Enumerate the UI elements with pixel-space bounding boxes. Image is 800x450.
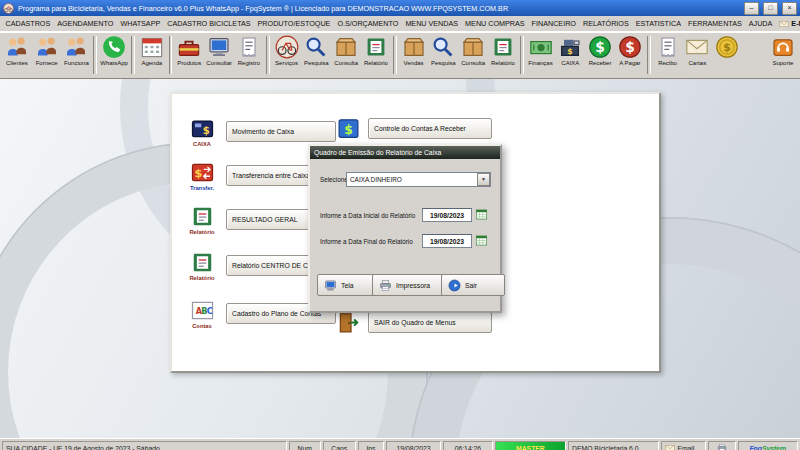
whatsapp-icon xyxy=(102,35,126,59)
letters-icon xyxy=(685,35,709,59)
data-final-calendar-button[interactable] xyxy=(474,234,488,247)
menu-produto-estoque[interactable]: PRODUTO/ESTOQUE xyxy=(254,18,334,29)
status-printer[interactable] xyxy=(708,441,736,450)
toolbar-button-relatorio-vendas[interactable]: Relatório xyxy=(488,34,518,66)
report-book-icon: Relatório xyxy=(184,250,220,281)
data-inicial-field[interactable]: 19/08/2023 xyxy=(422,208,472,222)
exit-door-icon xyxy=(334,310,362,335)
toolbar-button-whatsapp[interactable]: WhatsApp xyxy=(99,34,129,66)
toolbar-button-recibo[interactable]: Recibo xyxy=(653,34,683,66)
transfer-icon: Transfer. xyxy=(184,160,220,191)
movimento-de-caixa-button[interactable]: Movimento de Caixa xyxy=(226,121,336,142)
cash-box-icon: CAIXA xyxy=(184,116,220,147)
menu-email[interactable]: E-MAIL xyxy=(776,18,800,30)
toolbar-button-pesquisa-os[interactable]: Pesquisa xyxy=(301,34,331,66)
menu-menu-compras[interactable]: MENU COMPRAS xyxy=(462,18,529,29)
toolbar-button-suporte[interactable]: Suporte xyxy=(768,34,798,66)
data-inicial-calendar-button[interactable] xyxy=(474,208,488,221)
toolbar-label: Cartas xyxy=(688,60,706,66)
toolbar-button-servicos[interactable]: Serviços xyxy=(272,34,302,66)
toolbar-button-cartas[interactable]: Cartas xyxy=(682,34,712,66)
toolbar-button-relatorio-os[interactable]: Relatório xyxy=(361,34,391,66)
menu-agendamento[interactable]: AGENDAMENTO xyxy=(54,18,117,29)
app-icon xyxy=(3,3,14,14)
toolbar-button-receber[interactable]: Receber xyxy=(585,34,615,66)
toolbar-separator xyxy=(520,36,524,74)
menu-ferramentas[interactable]: FERRAMENTAS xyxy=(685,18,746,29)
box-icon xyxy=(461,35,485,59)
bike-service-icon xyxy=(275,35,299,59)
status-location: SUA CIDADE - UF 19 de Agosto de 2023 - S… xyxy=(2,441,287,450)
sair-button[interactable]: Sair xyxy=(441,274,505,296)
menu-whatsapp[interactable]: WHATSAPP xyxy=(117,18,164,29)
window-title: Programa para Bicicletaria, Vendas e Fin… xyxy=(18,4,740,13)
maximize-button[interactable]: □ xyxy=(763,2,778,15)
monitor-icon xyxy=(324,279,337,292)
status-ins: Ins xyxy=(358,441,384,450)
controle-contas-a-receber-button[interactable]: Controle do Contas A Receber xyxy=(368,118,492,139)
menu-email-label: E-MAIL xyxy=(791,19,800,28)
toolbar-button-consultar[interactable]: Consultar xyxy=(204,34,234,66)
close-button[interactable]: × xyxy=(782,2,797,15)
icon-caption: Transfer. xyxy=(190,185,214,191)
toolbar-button-registro[interactable]: Registro xyxy=(234,34,264,66)
calendar-icon xyxy=(475,208,488,221)
icon-caption: Contas xyxy=(192,323,212,329)
data-inicial-label: Informe a Data Inicial do Relatório xyxy=(320,212,415,219)
dialog-titlebar[interactable]: Quadro de Emissão do Relatório de Caixa xyxy=(310,146,500,159)
chevron-down-icon[interactable]: ▼ xyxy=(477,173,490,186)
sair-do-quadro-de-menus-button[interactable]: SAIR do Quadro de Menus xyxy=(368,312,492,333)
menu-relatorios[interactable]: RELATÓRIOS xyxy=(579,18,632,29)
menu-menu-vendas[interactable]: MENU VENDAS xyxy=(402,18,462,29)
selecione-label: Selecione xyxy=(320,176,348,183)
menu-ajuda[interactable]: AJUDA xyxy=(745,18,776,29)
toolbar: Clientes Fornece Funciona WhatsApp Agend… xyxy=(0,32,800,79)
sales-box-icon xyxy=(402,35,426,59)
panel-row: CAIXA Movimento de Caixa xyxy=(184,116,336,147)
toolbar-label: Registro xyxy=(238,60,260,66)
menu-cadastros[interactable]: CADASTROS xyxy=(2,18,54,29)
minimize-button[interactable]: – xyxy=(744,2,759,15)
toolbar-button-fornece[interactable]: Fornece xyxy=(32,34,62,66)
toolbar-label: Consulta xyxy=(461,60,485,66)
icon-caption: CAIXA xyxy=(193,141,211,147)
toolbar-label: Agenda xyxy=(141,60,162,66)
toolbar-button-funciona[interactable]: Funciona xyxy=(62,34,92,66)
employees-icon xyxy=(64,35,88,59)
toolbar-button-consulta-os[interactable]: Consulta xyxy=(331,34,361,66)
clients-icon xyxy=(5,35,29,59)
data-final-label: Informe a Data Final do Relatório xyxy=(320,238,413,245)
data-final-field[interactable]: 19/08/2023 xyxy=(422,234,472,248)
toolbar-label: Pesquisa xyxy=(431,60,456,66)
toolbar-button-caixa[interactable]: CAIXA xyxy=(555,34,585,66)
toolbar-button-financas[interactable]: Finanças xyxy=(526,34,556,66)
toolbar-button-coin[interactable] xyxy=(712,34,742,60)
toolbar-label: Produtos xyxy=(177,60,201,66)
email-icon xyxy=(779,19,789,29)
status-user-badge: MASTER xyxy=(495,441,566,450)
toolbar-button-agenda[interactable]: Agenda xyxy=(137,34,167,66)
icon-caption: Relatório xyxy=(189,229,214,235)
toolbar-button-vendas[interactable]: Vendas xyxy=(399,34,429,66)
caixa-select[interactable]: CAIXA DINHEIRO ▼ xyxy=(346,172,491,187)
report-book-icon: Relatório xyxy=(184,204,220,235)
toolbar-separator xyxy=(393,36,397,74)
status-email[interactable]: Email xyxy=(661,441,705,450)
menu-os-orcamento[interactable]: O.S/ORÇAMENTO xyxy=(334,18,402,29)
status-caps: Caps xyxy=(323,441,356,450)
tela-button[interactable]: Tela xyxy=(317,274,379,296)
toolbar-button-produtos[interactable]: Produtos xyxy=(174,34,204,66)
menu-cadastro-bicicletas[interactable]: CADASTRO BICICLETAS xyxy=(164,18,254,29)
toolbar-label: Consulta xyxy=(334,60,358,66)
menu-financeiro[interactable]: FINANCEIRO xyxy=(528,18,579,29)
calendar-icon xyxy=(140,35,164,59)
toolbar-button-consulta-vendas[interactable]: Consulta xyxy=(458,34,488,66)
register-sheet-icon xyxy=(237,35,261,59)
products-toolbox-icon xyxy=(177,35,201,59)
menu-estatistica[interactable]: ESTATISTICA xyxy=(632,18,684,29)
toolbar-button-clientes[interactable]: Clientes xyxy=(2,34,32,66)
toolbar-button-a-pagar[interactable]: A Pagar xyxy=(615,34,645,66)
impressora-button[interactable]: Impressora xyxy=(372,274,448,296)
toolbar-separator xyxy=(93,36,97,74)
toolbar-button-pesquisa-vendas[interactable]: Pesquisa xyxy=(428,34,458,66)
